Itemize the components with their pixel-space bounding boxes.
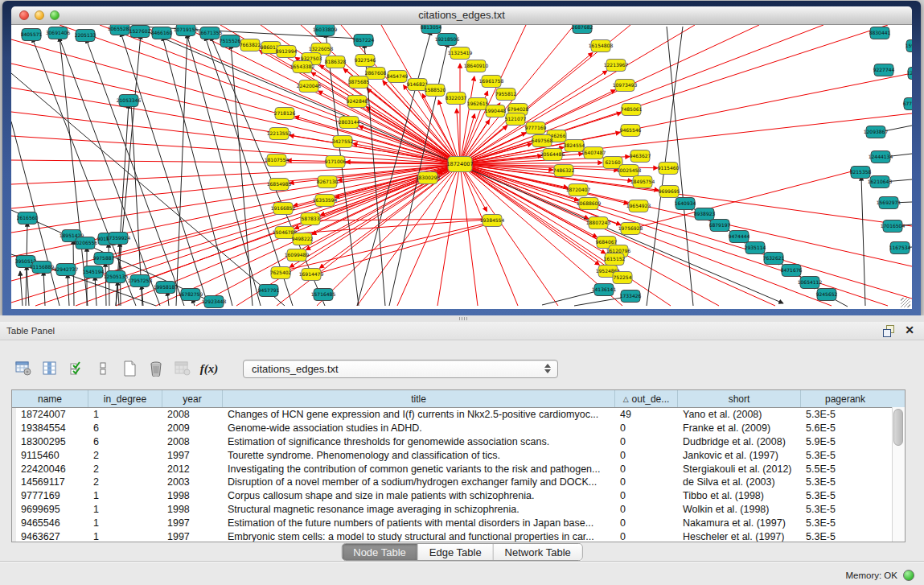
table-mode-icon[interactable] [13, 358, 34, 379]
cell-in_degree[interactable]: 1 [88, 490, 162, 501]
cell-short[interactable]: Jankovic et al. (1997) [678, 450, 801, 461]
cell-name[interactable]: 9465546 [16, 517, 88, 529]
network-canvas[interactable]: 1322605893275038186328932754628676083875… [11, 25, 912, 309]
window-zoom-button[interactable] [50, 10, 60, 20]
create-column-icon[interactable] [119, 358, 140, 379]
memory-status-icon[interactable] [903, 570, 914, 581]
cell-year[interactable]: 2008 [162, 436, 223, 447]
cell-title[interactable]: Genome-wide association studies in ADHD. [223, 422, 615, 434]
cell-pagerank[interactable]: 5.5E-5 [801, 463, 889, 475]
cell-name[interactable]: 9699695 [16, 504, 88, 515]
cell-in_degree[interactable]: 1 [88, 531, 162, 542]
cell-short[interactable]: Dudbridge et al. (2008) [678, 436, 801, 447]
cell-name[interactable]: 18724007 [16, 409, 88, 420]
cell-out_de[interactable]: 0 [615, 463, 678, 475]
resize-grip-icon[interactable] [901, 298, 910, 307]
table-row[interactable]: 911546021997Tourette syndrome. Phenomeno… [16, 448, 905, 462]
cell-in_degree[interactable]: 2 [88, 463, 162, 475]
cell-in_degree[interactable]: 1 [88, 517, 162, 529]
cell-year[interactable]: 2012 [162, 463, 223, 475]
network-window-titlebar[interactable]: citations_edges.txt [11, 6, 912, 25]
cell-year[interactable]: 1998 [162, 504, 223, 515]
cell-title[interactable]: Embryonic stem cells: a model to study s… [223, 531, 615, 542]
table-row[interactable]: 1830029562008Estimation of significance … [16, 435, 905, 449]
column-header-name[interactable]: name [12, 390, 88, 407]
cell-name[interactable]: 22420046 [16, 463, 88, 475]
cell-title[interactable]: Tourette syndrome. Phenomenology and cla… [223, 450, 615, 461]
cell-out_de[interactable]: 0 [615, 436, 678, 447]
cell-pagerank[interactable]: 5.3E-5 [801, 490, 889, 501]
cell-title[interactable]: Disruption of a novel member of a sodium… [223, 476, 615, 488]
close-panel-icon[interactable]: ✕ [905, 324, 914, 336]
cell-year[interactable]: 1997 [162, 531, 223, 542]
divider-handle-icon[interactable] [459, 317, 467, 320]
row-height-icon[interactable] [92, 358, 113, 379]
cell-in_degree[interactable]: 2 [88, 450, 162, 461]
cell-name[interactable]: 9463627 [16, 531, 88, 542]
cell-name[interactable]: 14569117 [16, 476, 88, 488]
table-scrollbar[interactable] [892, 407, 905, 542]
cell-short[interactable]: Yano et al. (2008) [678, 409, 801, 420]
table-row[interactable]: 1938455462009Genome-wide association stu… [16, 422, 905, 435]
cell-out_de[interactable]: 0 [615, 450, 678, 461]
table-row[interactable]: 2242004622012Investigating the contribut… [16, 462, 905, 476]
table-selector-dropdown[interactable]: citations_edges.txt [243, 360, 558, 378]
column-header-short[interactable]: short [678, 390, 801, 407]
cell-pagerank[interactable]: 5.3E-5 [801, 450, 889, 461]
cell-out_de[interactable]: 0 [615, 504, 678, 515]
cell-pagerank[interactable]: 5.3E-5 [801, 517, 889, 529]
cell-short[interactable]: Stergiakouli et al. (2012) [678, 463, 801, 475]
column-visibility-icon[interactable] [39, 358, 60, 379]
cell-year[interactable]: 2008 [162, 409, 223, 420]
cell-title[interactable]: Changes of HCN gene expression and I(f) … [223, 409, 615, 420]
cell-in_degree[interactable]: 6 [88, 422, 162, 434]
cell-short[interactable]: Franke et al. (2009) [678, 422, 801, 434]
cell-short[interactable]: Tibbo et al. (1998) [678, 490, 801, 501]
cell-title[interactable]: Investigating the contribution of common… [223, 463, 615, 475]
float-panel-icon[interactable] [883, 325, 893, 336]
tab-node-table[interactable]: Node Table [342, 544, 418, 560]
column-header-year[interactable]: year [162, 390, 223, 407]
tab-edge-table[interactable]: Edge Table [418, 544, 494, 560]
cell-in_degree[interactable]: 1 [88, 409, 162, 420]
cell-short[interactable]: de Silva et al. (2003) [678, 476, 801, 488]
network-graph[interactable]: 1322605893275038186328932754628676083875… [11, 25, 912, 309]
cell-in_degree[interactable]: 2 [88, 476, 162, 488]
delete-column-icon[interactable] [146, 358, 166, 379]
cell-pagerank[interactable]: 5.3E-5 [801, 409, 889, 420]
cell-pagerank[interactable]: 5.3E-5 [801, 504, 889, 515]
cell-out_de[interactable]: 0 [615, 476, 678, 488]
cell-out_de[interactable]: 49 [615, 409, 678, 420]
window-close-button[interactable] [19, 10, 29, 20]
column-header-out_de[interactable]: △out_de... [615, 390, 678, 407]
window-minimize-button[interactable] [35, 10, 44, 20]
cell-year[interactable]: 2009 [162, 422, 223, 434]
cell-out_de[interactable]: 0 [615, 490, 678, 501]
cell-year[interactable]: 1998 [162, 490, 223, 501]
table-row[interactable]: 977716911998Corpus callosum shape and si… [16, 489, 905, 503]
cell-title[interactable]: Estimation of the future numbers of pati… [223, 517, 615, 529]
select-columns-icon[interactable] [66, 358, 87, 379]
cell-short[interactable]: Hescheler et al. (1997) [678, 531, 801, 542]
cell-out_de[interactable]: 0 [615, 531, 678, 542]
table-row[interactable]: 946554611997Estimation of the future num… [16, 516, 905, 529]
function-builder-icon[interactable]: f(x) [199, 358, 220, 379]
table-row[interactable]: 1872400712008Changes of HCN gene express… [16, 408, 905, 422]
cell-short[interactable]: Nakamura et al. (1997) [678, 517, 801, 529]
cell-title[interactable]: Estimation of significance thresholds fo… [223, 436, 615, 447]
cell-pagerank[interactable]: 5.3E-5 [801, 476, 889, 488]
cell-year[interactable]: 1997 [162, 450, 223, 461]
column-header-in_degree[interactable]: in_degree [88, 390, 162, 407]
cell-name[interactable]: 9115460 [16, 450, 88, 461]
tab-network-table[interactable]: Network Table [494, 544, 582, 560]
cell-out_de[interactable]: 0 [615, 422, 678, 434]
cell-year[interactable]: 2003 [162, 476, 223, 488]
cell-pagerank[interactable]: 5.6E-5 [801, 422, 889, 434]
cell-name[interactable]: 18300295 [16, 436, 88, 447]
cell-out_de[interactable]: 0 [615, 517, 678, 529]
table-row[interactable]: 1456911722003Disruption of a novel membe… [16, 476, 905, 489]
table-row[interactable]: 969969511998Structural magnetic resonanc… [16, 503, 905, 517]
column-header-pagerank[interactable]: pagerank [801, 390, 889, 407]
cell-name[interactable]: 9777169 [16, 490, 88, 501]
cell-in_degree[interactable]: 6 [88, 436, 162, 447]
